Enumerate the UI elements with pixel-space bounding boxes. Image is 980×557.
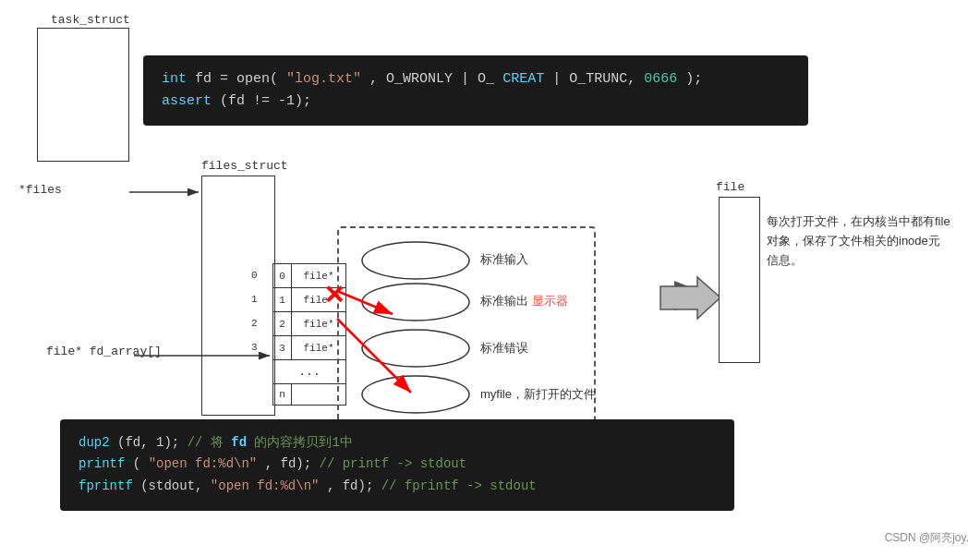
code-block-bottom: dup2 (fd, 1); // 将 fd 的内容拷贝到1中 printf ( … xyxy=(60,419,734,511)
oval-stderr xyxy=(360,328,471,369)
oval-stdout xyxy=(360,282,471,323)
watermark: CSDN @阿亮joy. xyxy=(885,530,969,546)
task-struct-box xyxy=(37,28,129,162)
kw-assert: assert xyxy=(162,93,212,109)
big-right-arrow-shape xyxy=(656,272,725,323)
fd-num-n: n xyxy=(273,384,292,405)
fd-row-nums: 0 1 2 3 xyxy=(251,263,258,359)
svg-point-4 xyxy=(362,242,469,279)
fd-num-3: 3 xyxy=(273,336,292,359)
file-label-right: file xyxy=(716,180,744,194)
stderr-label: 标准错误 xyxy=(480,340,528,357)
fn-dup2: dup2 xyxy=(79,435,110,450)
file-desc: 每次打开文件，在内核当中都有file对象，保存了文件相关的inode元信息。 xyxy=(767,212,951,270)
comment-3: // fprintf -> stdout xyxy=(381,478,537,493)
comment-1: // 将 xyxy=(188,435,224,450)
stdout-label: 标准输出 显示器 xyxy=(480,293,568,309)
fd-array-label: file* fd_array[] xyxy=(46,345,162,358)
str-log: "log.txt" xyxy=(286,71,361,87)
fd-num-1: 1 xyxy=(273,288,292,311)
task-struct-label: task_struct xyxy=(51,13,130,27)
svg-point-6 xyxy=(362,330,469,367)
kw-creat: CREAT xyxy=(502,71,544,87)
file-box-right xyxy=(719,197,760,363)
oval-myfile xyxy=(360,374,471,416)
svg-point-5 xyxy=(362,284,469,321)
files-arrow xyxy=(37,183,222,201)
files-ptr-label: *files xyxy=(18,183,62,197)
stdin-label: 标准输入 xyxy=(480,251,528,268)
fd-row-2: 2 file* xyxy=(273,312,345,336)
oval-stdin xyxy=(360,240,471,282)
code-line-1: int fd = open( "log.txt" , O_WRONLY | O_… xyxy=(162,68,790,91)
comment-2: // printf -> stdout xyxy=(319,456,466,471)
kw-int: int xyxy=(162,71,187,87)
fd-dots: ... xyxy=(273,360,345,384)
svg-marker-13 xyxy=(660,277,720,319)
code-bottom-line-2: printf ( "open fd:%d\n" , fd); // printf… xyxy=(79,454,716,476)
fd-num-2: 2 xyxy=(273,312,292,335)
svg-point-7 xyxy=(362,376,469,413)
fd-row-3: 3 file* xyxy=(273,336,345,360)
myfile-label: myfile，新打开的文件 xyxy=(480,386,596,403)
fd-oval-connectors xyxy=(342,268,369,406)
fn-fprintf: fprintf xyxy=(79,478,133,493)
files-struct-box xyxy=(201,176,275,416)
files-struct-label: files_struct xyxy=(201,159,288,173)
code-bottom-line-3: fprintf (stdout, "open fd:%d\n" , fd); /… xyxy=(79,476,716,498)
main-container: task_struct *files files_struct file* fd… xyxy=(0,0,980,557)
num-0666: 0666 xyxy=(644,71,677,87)
fd-row-n: n xyxy=(273,384,345,405)
code-line-2: assert (fd != -1); xyxy=(162,91,790,113)
code-bottom-line-1: dup2 (fd, 1); // 将 fd 的内容拷贝到1中 xyxy=(79,432,716,454)
fn-printf: printf xyxy=(79,456,125,471)
fd-num-0: 0 xyxy=(273,264,292,287)
code-block-top: int fd = open( "log.txt" , O_WRONLY | O_… xyxy=(143,55,808,126)
